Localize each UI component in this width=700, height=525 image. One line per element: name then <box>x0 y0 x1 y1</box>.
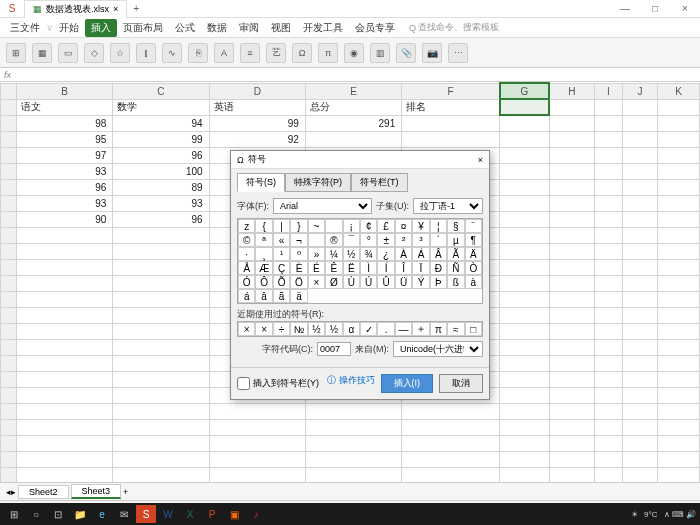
add-sheet-button[interactable]: + <box>123 487 128 497</box>
char-cell[interactable]: ³ <box>412 233 429 247</box>
from-select[interactable]: Unicode(十六进制) <box>393 341 483 357</box>
char-cell[interactable]: § <box>447 219 464 233</box>
char-cell[interactable]: Ð <box>430 261 447 275</box>
ribbon-header-icon[interactable]: ≡ <box>240 43 260 63</box>
char-cell[interactable]: Ù <box>343 275 360 289</box>
char-cell[interactable]: ã <box>273 289 290 303</box>
dialog-titlebar[interactable]: Ω 符号 × <box>231 151 489 169</box>
insert-button[interactable]: 插入(I) <box>381 374 434 393</box>
char-cell[interactable]: ¡ <box>343 219 360 233</box>
menu-home[interactable]: 开始 <box>53 19 85 37</box>
ribbon-shape-icon[interactable]: ◇ <box>84 43 104 63</box>
new-tab-button[interactable]: + <box>127 1 145 16</box>
char-cell[interactable]: » <box>308 247 325 261</box>
char-cell[interactable]: ½ <box>325 322 342 336</box>
char-cell[interactable]: º <box>290 247 307 261</box>
menu-insert[interactable]: 插入 <box>85 19 117 37</box>
character-grid[interactable]: z{|}~¡¢£¤¥¦§¨©ª«¬­®¯°±²³´µ¶·¸¹º»¼½¾¿ÀÁÂÃ… <box>237 218 483 304</box>
char-cell[interactable]: Ë <box>343 261 360 275</box>
app3-icon[interactable]: ♪ <box>246 505 266 523</box>
char-cell[interactable]: ¼ <box>325 247 342 261</box>
cancel-button[interactable]: 取消 <box>439 374 483 393</box>
char-cell[interactable]: · <box>238 247 255 261</box>
char-cell[interactable]: π <box>430 322 447 336</box>
char-cell[interactable]: ° <box>360 233 377 247</box>
char-cell[interactable]: | <box>273 219 290 233</box>
char-cell[interactable]: ± <box>377 233 394 247</box>
char-cell[interactable]: Û <box>377 275 394 289</box>
char-cell[interactable]: . <box>377 322 394 336</box>
formula-bar[interactable]: fx <box>0 68 700 82</box>
charcode-input[interactable] <box>317 342 351 356</box>
char-cell[interactable]: ª <box>255 233 272 247</box>
char-cell[interactable]: ÷ <box>273 322 290 336</box>
sheet-tab[interactable]: Sheet3 <box>71 484 122 499</box>
char-cell[interactable]: × <box>255 322 272 336</box>
ribbon-wordart-icon[interactable]: 艺 <box>266 43 286 63</box>
char-cell[interactable]: ¬ <box>290 233 307 247</box>
close-icon[interactable]: × <box>670 3 700 14</box>
char-cell[interactable]: Õ <box>273 275 290 289</box>
menu-member[interactable]: 会员专享 <box>349 19 401 37</box>
char-cell[interactable]: × <box>238 322 255 336</box>
ppt-icon[interactable]: P <box>202 505 222 523</box>
char-cell[interactable]: ½ <box>308 322 325 336</box>
char-cell[interactable]: Í <box>377 261 394 275</box>
menu-review[interactable]: 审阅 <box>233 19 265 37</box>
char-cell[interactable]: ¢ <box>360 219 377 233</box>
ribbon-image-icon[interactable]: ▭ <box>58 43 78 63</box>
dialog-close-icon[interactable]: × <box>478 155 483 165</box>
menu-dev[interactable]: 开发工具 <box>297 19 349 37</box>
ribbon-equation-icon[interactable]: π <box>318 43 338 63</box>
tab-nav-icon[interactable]: ◂▸ <box>6 487 16 497</box>
sheet-tab[interactable]: Sheet2 <box>18 485 69 499</box>
menu-view[interactable]: 视图 <box>265 19 297 37</box>
char-cell[interactable]: Ý <box>412 275 429 289</box>
menu-data[interactable]: 数据 <box>201 19 233 37</box>
tips-link[interactable]: ⓘ 操作技巧 <box>327 374 375 393</box>
char-cell[interactable]: À <box>395 247 412 261</box>
char-cell[interactable]: { <box>255 219 272 233</box>
char-cell[interactable]: ¯ <box>343 233 360 247</box>
char-cell[interactable]: № <box>290 322 307 336</box>
file-tab[interactable]: ▦ 数据透视表.xlsx × <box>24 0 127 18</box>
char-cell[interactable]: Ó <box>238 275 255 289</box>
char-cell[interactable] <box>325 219 342 233</box>
close-tab-icon[interactable]: × <box>113 4 118 14</box>
char-cell[interactable]: ≈ <box>447 322 464 336</box>
char-cell[interactable]: ­ <box>308 233 325 247</box>
ribbon-sparkline-icon[interactable]: ∿ <box>162 43 182 63</box>
char-cell[interactable]: © <box>238 233 255 247</box>
tab-symbols[interactable]: 符号(S) <box>237 173 285 192</box>
explorer-icon[interactable]: 📁 <box>70 505 90 523</box>
ribbon-textbox-icon[interactable]: A <box>214 43 234 63</box>
ribbon-table-icon[interactable]: ▦ <box>32 43 52 63</box>
char-cell[interactable]: Ò <box>465 261 482 275</box>
ribbon-icon-icon[interactable]: ☆ <box>110 43 130 63</box>
ribbon-slicer-icon[interactable]: ▥ <box>370 43 390 63</box>
app2-icon[interactable]: ▣ <box>224 505 244 523</box>
char-cell[interactable]: Å <box>238 261 255 275</box>
char-cell[interactable]: ¶ <box>465 233 482 247</box>
ribbon-more-icon[interactable]: ⋯ <box>448 43 468 63</box>
char-cell[interactable]: ß <box>447 275 464 289</box>
char-cell[interactable]: □ <box>465 322 482 336</box>
char-cell[interactable]: Þ <box>430 275 447 289</box>
taskview-icon[interactable]: ⊡ <box>48 505 68 523</box>
char-cell[interactable]: â <box>255 289 272 303</box>
word-icon[interactable]: W <box>158 505 178 523</box>
char-cell[interactable]: z <box>238 219 255 233</box>
char-cell[interactable]: α <box>343 322 360 336</box>
menu-layout[interactable]: 页面布局 <box>117 19 169 37</box>
mail-icon[interactable]: ✉ <box>114 505 134 523</box>
char-cell[interactable]: ¦ <box>430 219 447 233</box>
char-cell[interactable]: — <box>395 322 412 336</box>
start-icon[interactable]: ⊞ <box>4 505 24 523</box>
char-cell[interactable]: Ü <box>395 275 412 289</box>
insert-to-bar-checkbox[interactable]: 插入到符号栏(Y) <box>237 374 319 393</box>
char-cell[interactable]: £ <box>377 219 394 233</box>
char-cell[interactable]: ¿ <box>377 247 394 261</box>
edge-icon[interactable]: e <box>92 505 112 523</box>
char-cell[interactable]: È <box>290 261 307 275</box>
char-cell[interactable]: Ä <box>465 247 482 261</box>
